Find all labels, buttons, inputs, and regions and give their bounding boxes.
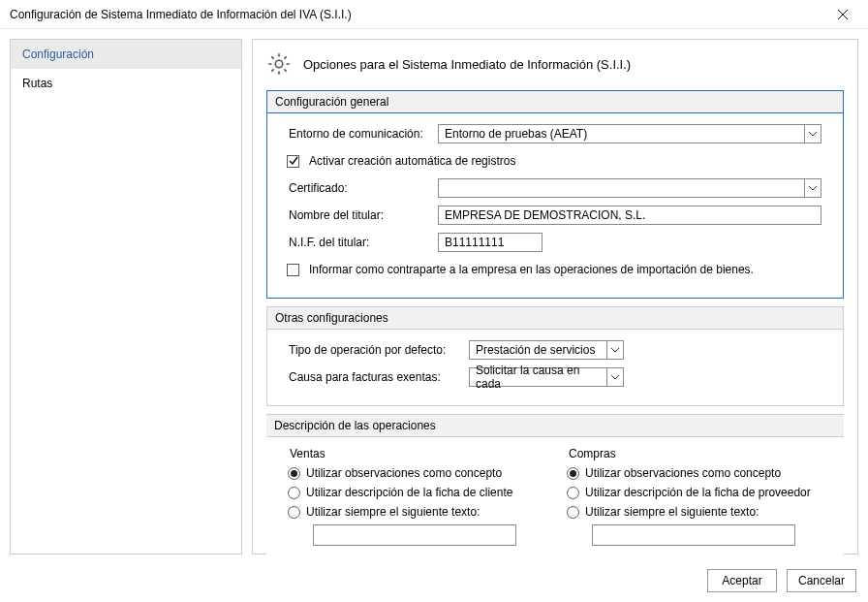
purchases-opt1[interactable]: Utilizar observaciones como concepto: [567, 466, 822, 480]
holder-nif-label: N.I.F. del titular:: [289, 236, 432, 249]
chevron-down-icon: [804, 125, 821, 143]
radio-icon: [567, 487, 579, 499]
purchases-title: Compras: [569, 447, 822, 460]
cancel-label: Cancelar: [798, 574, 845, 587]
sidebar-item-rutas[interactable]: Rutas: [11, 69, 241, 98]
panel-title: Opciones para el Sistema Inmediato de In…: [303, 57, 631, 72]
op-type-value: Prestación de servicios: [476, 343, 595, 357]
titlebar: Configuración de Sistema Inmediato de In…: [0, 0, 868, 29]
sales-opt2-label: Utilizar descripción de la ficha de clie…: [306, 486, 543, 499]
chevron-down-icon: [606, 368, 623, 386]
env-label: Entorno de comunicación:: [289, 127, 432, 141]
close-icon: [838, 10, 848, 19]
radio-icon: [288, 467, 300, 480]
fieldset-general: Configuración general Entorno de comunic…: [266, 90, 844, 299]
purchases-opt3[interactable]: Utilizar siempre el siguiente texto:: [567, 505, 822, 519]
dialog-body: Configuración Rutas Opciones para el Sis…: [0, 29, 868, 554]
op-type-combo[interactable]: Prestación de servicios: [469, 340, 624, 360]
svg-point-2: [275, 60, 283, 68]
panel-header: Opciones para el Sistema Inmediato de In…: [266, 51, 844, 77]
ok-label: Aceptar: [722, 574, 761, 587]
purchases-opt1-label: Utilizar observaciones como concepto: [585, 466, 822, 480]
purchases-opt3-label: Utilizar siempre el siguiente texto:: [585, 505, 822, 519]
fieldset-desc: Descripción de las operaciones Ventas Ut…: [266, 414, 844, 557]
sales-free-text-input[interactable]: [313, 524, 516, 546]
gear-icon: [266, 51, 292, 77]
purchases-column: Compras Utilizar observaciones como conc…: [567, 447, 822, 546]
purchases-opt2-label: Utilizar descripción de la ficha de prov…: [585, 486, 822, 499]
sidebar-item-configuracion[interactable]: Configuración: [11, 40, 241, 69]
sales-opt3-label: Utilizar siempre el siguiente texto:: [306, 505, 543, 519]
cancel-button[interactable]: Cancelar: [787, 569, 856, 592]
fieldset-legend: Configuración general: [267, 91, 843, 113]
cert-label: Certificado:: [289, 181, 432, 195]
sales-opt1[interactable]: Utilizar observaciones como concepto: [288, 466, 543, 480]
holder-nif-input[interactable]: B11111111: [438, 233, 542, 252]
radio-icon: [567, 506, 579, 519]
sales-column: Ventas Utilizar observaciones como conce…: [288, 447, 543, 546]
main-panel: Opciones para el Sistema Inmediato de In…: [252, 39, 858, 554]
window-title: Configuración de Sistema Inmediato de In…: [10, 8, 825, 21]
check-icon: [289, 156, 298, 166]
inform-counterparty-label: Informar como contraparte a la empresa e…: [309, 263, 754, 276]
exempt-cause-value: Solicitar la causa en cada: [476, 364, 604, 391]
sales-title: Ventas: [290, 447, 543, 460]
sales-opt3[interactable]: Utilizar siempre el siguiente texto:: [288, 505, 543, 519]
cert-combo[interactable]: [438, 178, 822, 198]
ok-button[interactable]: Aceptar: [707, 569, 777, 592]
exempt-cause-label: Causa para facturas exentas:: [289, 370, 463, 384]
chevron-down-icon: [804, 179, 821, 197]
fieldset-legend: Otras configuraciones: [267, 307, 843, 330]
auto-create-label: Activar creación automática de registros: [309, 154, 515, 168]
exempt-cause-combo[interactable]: Solicitar la causa en cada: [469, 367, 624, 387]
sidebar-item-label: Configuración: [22, 48, 94, 61]
dialog-footer: Aceptar Cancelar: [707, 569, 856, 592]
holder-name-label: Nombre del titular:: [289, 208, 432, 222]
auto-create-checkbox[interactable]: [287, 155, 299, 168]
sales-opt1-label: Utilizar observaciones como concepto: [306, 466, 543, 480]
chevron-down-icon: [606, 341, 623, 359]
fieldset-other: Otras configuraciones Tipo de operación …: [266, 306, 844, 406]
holder-name-input[interactable]: EMPRESA DE DEMOSTRACION, S.L.: [438, 206, 822, 225]
radio-icon: [288, 506, 300, 519]
env-value: Entorno de pruebas (AEAT): [445, 127, 587, 141]
env-combo[interactable]: Entorno de pruebas (AEAT): [438, 124, 822, 143]
close-button[interactable]: [825, 1, 860, 28]
purchases-free-text-input[interactable]: [592, 524, 795, 546]
op-type-label: Tipo de operación por defecto:: [289, 343, 463, 357]
radio-icon: [567, 467, 579, 480]
holder-nif-value: B11111111: [445, 236, 504, 249]
sidebar-item-label: Rutas: [22, 77, 52, 90]
inform-counterparty-checkbox[interactable]: [287, 264, 299, 276]
sales-opt2[interactable]: Utilizar descripción de la ficha de clie…: [288, 486, 543, 499]
radio-icon: [288, 487, 300, 499]
purchases-opt2[interactable]: Utilizar descripción de la ficha de prov…: [567, 486, 822, 499]
holder-name-value: EMPRESA DE DEMOSTRACION, S.L.: [445, 208, 645, 222]
sidebar: Configuración Rutas: [10, 39, 242, 554]
fieldset-legend: Descripción de las operaciones: [266, 414, 844, 437]
